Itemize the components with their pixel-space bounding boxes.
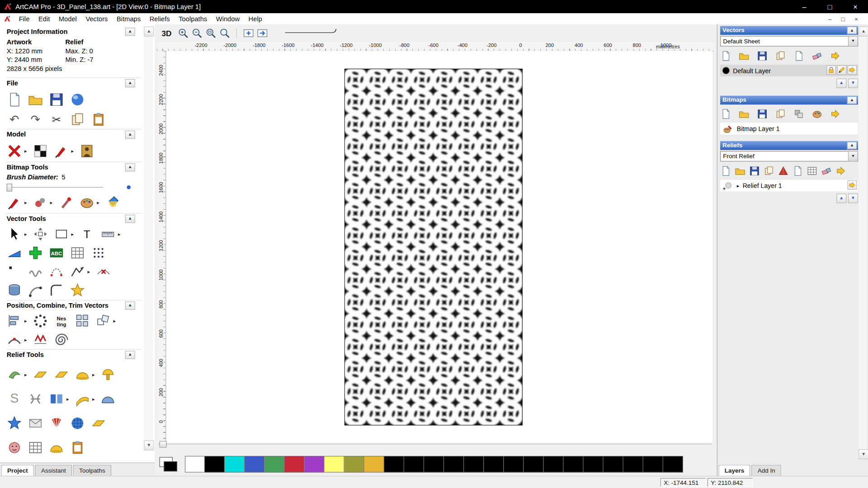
3d-view-button[interactable]: 3D [158,29,175,38]
flyout-arrow-icon[interactable]: ▸ [24,372,27,377]
new-relief-layer-icon[interactable] [720,165,731,176]
zoom-in-icon[interactable] [177,27,189,39]
circular-array-icon[interactable] [33,313,48,328]
texture-sphere-icon[interactable] [70,416,85,431]
mesh-relief-icon[interactable] [28,440,43,455]
arc-tool-icon[interactable] [28,283,43,298]
revolve-vector-icon[interactable] [7,283,22,298]
vector-layer-row[interactable]: Default Layer [720,65,858,76]
flyout-arrow-icon[interactable]: ▸ [97,200,99,205]
copy-bitmap-layer-icon[interactable] [775,108,786,119]
shape-editor-icon[interactable] [7,367,22,382]
relief-sheet-icon[interactable] [792,165,803,176]
colour-swatch-1[interactable] [205,456,225,473]
collapse-button[interactable]: ▴ [125,131,135,139]
sheet-selector[interactable]: Default Sheet▼ [720,36,858,47]
primary-secondary-colour[interactable] [158,456,180,473]
greyscale-preview-icon[interactable] [33,143,48,159]
menu-model[interactable]: Model [54,15,81,23]
collapse-button[interactable]: ▴ [125,28,135,36]
slider-handle[interactable] [7,184,12,192]
delete-relief-layer-icon[interactable] [821,165,832,176]
collapse-button[interactable]: ▴ [847,141,857,149]
spiral-tool-icon[interactable] [53,332,69,347]
collapse-button[interactable]: ▴ [125,301,135,310]
move-layer-down-button[interactable]: ▼ [848,79,858,88]
flyout-arrow-icon[interactable]: ▸ [24,337,27,343]
open-bitmap-layer-icon[interactable] [738,108,749,119]
align-vectors-icon[interactable] [7,313,22,328]
colour-swatch-17[interactable] [524,456,543,473]
merge-vector-layers-icon[interactable] [830,50,841,61]
left-panel-scrollbar[interactable]: ▲ ▼ [144,27,153,450]
save-bitmap-layer-icon[interactable] [757,108,768,119]
spin-tool-icon[interactable] [100,367,116,382]
tab-layers[interactable]: Layers [718,465,750,476]
flatten-bitmap-icon[interactable] [793,108,804,119]
open-vector-layer-icon[interactable] [738,50,749,61]
save-relief-layer-icon[interactable] [749,165,760,176]
point-array-icon[interactable] [91,245,106,260]
maximize-button[interactable]: □ [817,0,842,13]
fillet-tool-icon[interactable] [49,283,64,298]
menu-bitmaps[interactable]: Bitmaps [112,15,145,23]
collapse-button[interactable]: ▴ [847,96,857,104]
new-vector-layer-icon[interactable] [720,50,731,61]
tab-add-in[interactable]: Add In [751,465,781,476]
move-layer-down-button[interactable]: ▼ [848,194,858,203]
block-array-icon[interactable] [75,313,90,328]
clipart-library-icon[interactable] [49,391,64,407]
collapse-button[interactable]: ▴ [125,351,135,359]
colour-swatch-5[interactable] [284,456,304,473]
save-vector-layer-icon[interactable] [757,50,768,61]
text-tool-icon[interactable]: T [79,226,94,242]
tab-toolpaths[interactable]: Toolpaths [73,465,112,476]
colour-swatch-23[interactable] [643,456,663,473]
layer-colour-swatch[interactable] [722,67,730,74]
colour-swatch-16[interactable] [504,456,524,473]
merge-bitmap-layers-icon[interactable] [830,108,841,119]
envelope-wedge-icon[interactable] [7,245,22,260]
horizontal-scrollbar[interactable] [158,444,712,450]
palette-icon[interactable] [79,195,94,210]
new-sheet-icon[interactable] [793,50,804,61]
smudge-icon[interactable] [33,195,48,210]
colour-picker-icon[interactable] [58,195,74,210]
tab-project[interactable]: Project [1,465,34,476]
copy-icon[interactable] [70,112,85,127]
scroll-up-icon[interactable]: ▲ [144,27,154,37]
delete-vector-layer-icon[interactable] [811,50,822,61]
layer-merge-icon[interactable] [848,180,857,190]
menu-toolpaths[interactable]: Toolpaths [174,15,212,23]
open-relief-layer-icon[interactable] [735,165,745,176]
colour-swatch-22[interactable] [623,456,643,473]
relief-grid-icon[interactable] [807,165,817,176]
colour-swatch-21[interactable] [604,456,623,473]
flyout-arrow-icon[interactable]: ▸ [71,148,74,154]
two-rail-sweep-icon[interactable] [75,391,90,407]
flyout-arrow-icon[interactable]: ▸ [92,396,95,402]
paint-icon[interactable] [7,195,22,210]
minimize-button[interactable]: – [792,0,817,13]
collapse-button[interactable]: ▴ [847,27,857,34]
bezier-curve-icon[interactable] [49,264,64,279]
relief-paint-icon[interactable] [53,143,69,159]
flyout-arrow-icon[interactable]: ▸ [66,396,69,402]
zoom-object-icon[interactable] [242,27,255,39]
flyout-arrow-icon[interactable]: ▸ [50,200,53,205]
colour-swatch-15[interactable] [484,456,504,473]
dropdown-arrow-icon[interactable]: ▼ [848,152,858,161]
sculpt-icon[interactable]: S [7,391,22,407]
colour-swatch-0[interactable] [185,456,205,473]
flyout-arrow-icon[interactable]: ▸ [71,231,74,237]
menu-window[interactable]: Window [212,15,244,23]
zoom-previous-icon[interactable] [256,27,269,39]
relief-selector[interactable]: Front Relief▼ [720,151,858,161]
layer-lock-icon[interactable] [826,65,836,75]
layer-edit-icon[interactable] [837,65,846,75]
menu-vectors[interactable]: Vectors [81,15,113,23]
set-model-size-icon[interactable] [7,143,22,159]
dome-relief-icon[interactable] [49,440,64,455]
transform-vectors-icon[interactable] [33,226,48,242]
dropdown-arrow-icon[interactable]: ▼ [848,37,858,46]
